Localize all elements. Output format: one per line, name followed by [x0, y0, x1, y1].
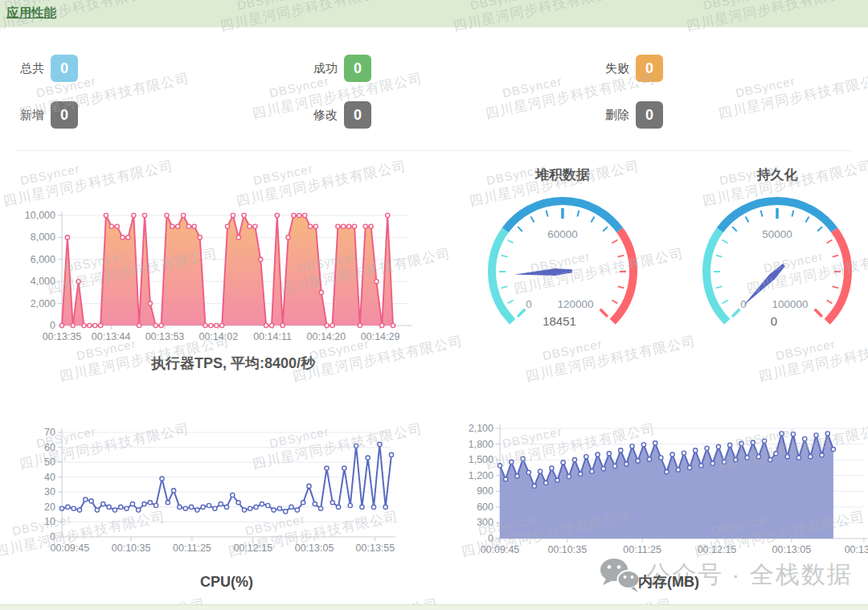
- data-point-marker: [734, 458, 738, 462]
- data-point-marker: [115, 224, 119, 228]
- gauge-tick: [732, 309, 739, 317]
- data-point-marker: [242, 508, 246, 512]
- data-point-marker: [307, 484, 311, 488]
- data-point-marker: [207, 503, 211, 507]
- gauge-tick: [612, 301, 618, 304]
- data-point-marker: [192, 224, 196, 228]
- data-point-marker: [780, 432, 784, 436]
- data-point-marker: [391, 323, 395, 327]
- x-axis-label: 00:14:29: [361, 331, 400, 342]
- data-point-marker: [336, 224, 340, 228]
- stat-delete-badge: 0: [636, 101, 663, 129]
- stats-divider: [16, 150, 852, 151]
- data-point-marker: [348, 503, 352, 507]
- data-point-marker: [121, 235, 125, 239]
- data-point-marker: [225, 224, 229, 228]
- data-point-marker: [88, 323, 92, 327]
- data-point-marker: [109, 224, 113, 228]
- data-point-marker: [532, 484, 536, 488]
- data-point-marker: [242, 213, 246, 217]
- x-axis-label: 00:13:53: [145, 331, 185, 342]
- data-point-marker: [272, 508, 276, 512]
- data-point-marker: [521, 456, 525, 461]
- gauge-tick: [518, 227, 522, 231]
- x-axis-label: 00:12:15: [698, 544, 737, 555]
- y-axis-label: 6,000: [31, 254, 55, 265]
- data-point-marker: [375, 280, 379, 284]
- data-point-marker: [647, 457, 651, 461]
- data-point-marker: [182, 213, 186, 217]
- backlog-gauge-title: 堆积数据: [462, 166, 663, 184]
- data-point-marker: [99, 323, 103, 327]
- data-point-marker: [183, 506, 187, 510]
- data-point-marker: [641, 443, 645, 447]
- memory-area-chart[interactable]: 03006009001,2001,5001,8002,10000:09:4500…: [448, 422, 868, 555]
- data-point-marker: [751, 440, 755, 444]
- tps-area-chart[interactable]: 02,0004,0006,0008,00010,00000:13:3500:13…: [16, 197, 418, 346]
- persist-gauge-chart[interactable]: 5000001000000: [677, 187, 868, 340]
- y-axis-label: 40: [44, 472, 55, 483]
- data-point-marker: [159, 323, 163, 327]
- stat-success: 成功 0: [309, 55, 371, 82]
- gauge-tick: [761, 211, 763, 217]
- app-performance-link[interactable]: 应用性能: [6, 0, 56, 26]
- data-point-marker: [342, 224, 346, 228]
- data-point-marker: [613, 464, 617, 468]
- data-point-marker: [201, 505, 205, 509]
- gauge-tick: [502, 286, 508, 288]
- data-point-marker: [739, 441, 743, 445]
- y-axis-label: 600: [477, 502, 493, 513]
- data-point-marker: [358, 323, 362, 327]
- data-point-marker: [178, 505, 182, 509]
- x-axis-label: 00:09:45: [51, 542, 90, 554]
- data-point-marker: [722, 460, 726, 464]
- data-point-marker: [215, 323, 219, 327]
- data-point-marker: [166, 501, 170, 505]
- data-point-marker: [325, 323, 329, 327]
- data-point-marker: [383, 505, 387, 509]
- data-point-marker: [236, 501, 240, 505]
- data-point-marker: [224, 505, 228, 509]
- gauge-tick: [732, 227, 737, 231]
- stat-success-label: 成功: [309, 61, 338, 76]
- data-point-marker: [119, 505, 123, 509]
- stat-insert-label: 新增: [16, 108, 44, 123]
- data-point-marker: [389, 452, 393, 456]
- data-point-marker: [510, 460, 514, 464]
- data-point-marker: [313, 502, 317, 506]
- cpu-line-chart[interactable]: 01020304050607000:09:4500:10:3500:11:250…: [16, 422, 410, 555]
- stat-insert: 新增 0: [16, 101, 78, 129]
- data-point-marker: [137, 508, 141, 512]
- data-point-marker: [319, 506, 323, 510]
- gauge-mid-label: 60000: [547, 228, 578, 240]
- data-point-marker: [297, 213, 301, 217]
- data-point-marker: [682, 451, 686, 455]
- y-axis-label: 300: [477, 517, 493, 528]
- data-point-marker: [768, 458, 772, 462]
- x-axis-label: 00:14:02: [199, 331, 238, 342]
- gauge-tick: [531, 217, 534, 223]
- gauge-tick: [723, 240, 728, 244]
- y-axis-label: 1,200: [469, 470, 493, 481]
- data-point-marker: [219, 502, 223, 506]
- x-axis-label: 00:09:45: [481, 544, 520, 555]
- x-axis-label: 00:12:15: [233, 542, 272, 554]
- data-point-marker: [699, 464, 703, 468]
- series-line: [62, 444, 391, 512]
- backlog-gauge-chart[interactable]: 60000012000018451: [462, 187, 663, 340]
- stat-update-label: 修改: [309, 108, 338, 123]
- data-point-marker: [347, 224, 351, 228]
- data-point-marker: [497, 464, 502, 468]
- data-point-marker: [148, 501, 152, 505]
- gauge-tick: [508, 301, 514, 304]
- y-axis-label: 0: [50, 531, 55, 542]
- data-point-marker: [360, 505, 364, 509]
- data-point-marker: [142, 502, 146, 506]
- data-point-marker: [275, 213, 279, 217]
- y-axis-label: 1,500: [469, 454, 493, 465]
- data-point-marker: [665, 470, 669, 474]
- y-axis-label: 0: [488, 533, 493, 544]
- data-point-marker: [65, 235, 69, 239]
- x-axis-label: 00:13:55: [356, 542, 395, 554]
- stat-fail-badge: 0: [636, 55, 663, 82]
